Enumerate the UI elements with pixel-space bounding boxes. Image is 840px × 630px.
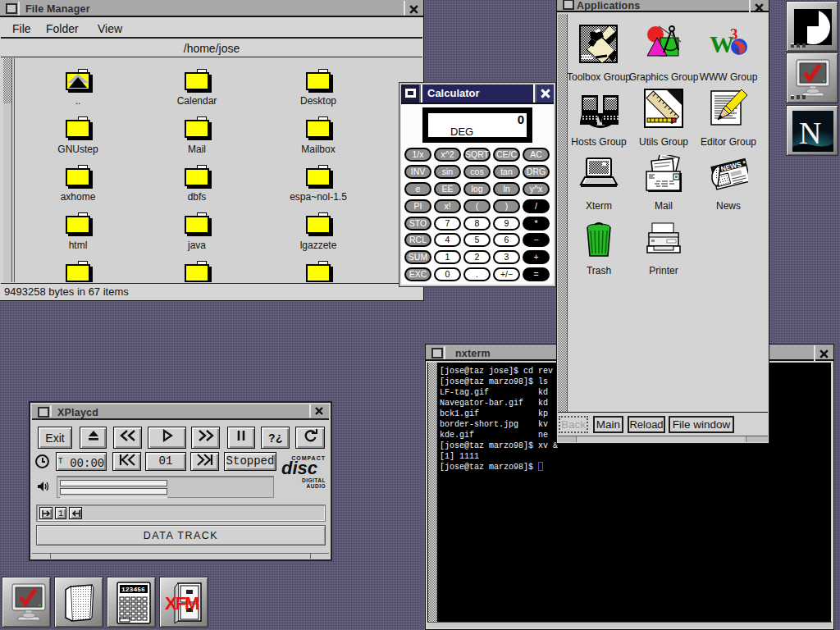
svg-text:123456: 123456 xyxy=(121,586,145,593)
svg-text:N: N xyxy=(799,116,821,150)
svg-text:XFM: XFM xyxy=(165,593,199,614)
